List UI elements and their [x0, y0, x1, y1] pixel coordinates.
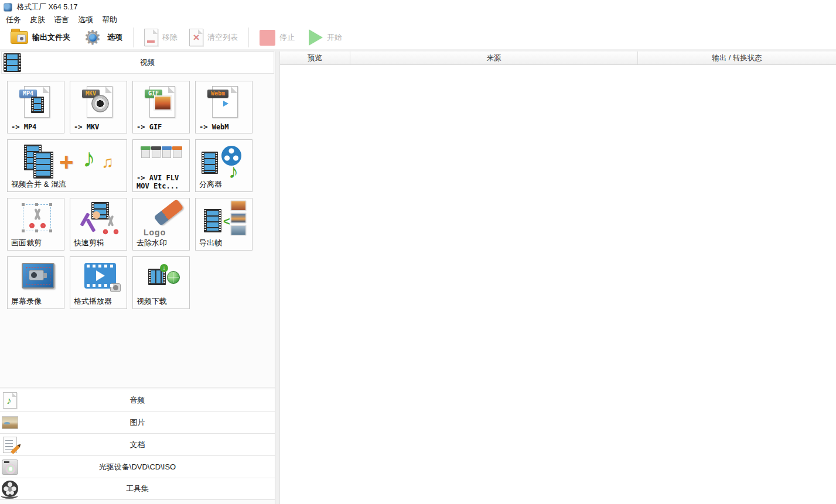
- category-header-video[interactable]: 视频: [1, 52, 274, 74]
- webm-file-icon: Webm: [212, 86, 238, 118]
- tile-label: 分离器: [199, 179, 222, 190]
- menu-skin[interactable]: 皮肤: [30, 15, 45, 25]
- merge-icon: + ♪ ♫: [13, 143, 125, 180]
- tile-label: -> GIF: [137, 123, 162, 131]
- title-bar: 格式工厂 X64 5.17: [0, 0, 836, 14]
- tile-row: + ♪ ♫ 视频合并 & 混流 -> AVI FLV MOV Etc...: [7, 139, 275, 192]
- category-label: 文档: [0, 440, 275, 450]
- quick-clip-icon: [80, 202, 121, 237]
- tile-quick-clip[interactable]: 快速剪辑: [70, 198, 127, 251]
- gear-icon: ⚙: [82, 27, 103, 48]
- tile-label: -> MP4: [11, 123, 36, 131]
- tile-label: -> WebM: [199, 123, 229, 131]
- tile-row: MP4 -> MP4 MKV -> MKV GI: [7, 81, 275, 133]
- task-table-header: 预览 来源 输出 / 转换状态: [280, 52, 836, 65]
- tile-splitter[interactable]: ♪ 分离器: [195, 139, 252, 192]
- filmstrip-icon: [31, 97, 44, 113]
- tile-label: -> AVI FLV MOV Etc...: [137, 174, 179, 190]
- options-label: 选项: [107, 32, 122, 43]
- tile-to-avi-flv-mov[interactable]: -> AVI FLV MOV Etc...: [132, 139, 190, 192]
- tile-remove-watermark[interactable]: Logo 去除水印: [132, 198, 190, 251]
- stop-button[interactable]: 停止: [254, 26, 301, 49]
- tile-video-merge-mux[interactable]: + ♪ ♫ 视频合并 & 混流: [7, 139, 127, 192]
- tile-to-webm[interactable]: Webm -> WebM: [195, 81, 252, 133]
- remove-button[interactable]: 移除: [138, 26, 183, 49]
- column-header-source[interactable]: 来源: [350, 52, 638, 64]
- options-button[interactable]: ⚙ 选项: [76, 26, 128, 49]
- filmstrip-icon: [33, 152, 53, 179]
- task-table-body[interactable]: [280, 65, 836, 504]
- task-list-panel: 预览 来源 输出 / 转换状态: [279, 52, 836, 504]
- tile-label: 画面裁剪: [11, 238, 42, 248]
- menu-bar: 任务 皮肤 语言 选项 帮助: [0, 14, 836, 26]
- tile-screen-record[interactable]: 屏幕录像: [7, 256, 64, 309]
- main-area: 视频 MP4 -> MP4 MKV: [0, 50, 836, 504]
- document-icon: [1, 436, 19, 454]
- category-audio[interactable]: ♪ 音频: [0, 389, 275, 411]
- video-header-label: 视频: [21, 57, 274, 68]
- camera-icon: [110, 283, 121, 292]
- tile-row: 屏幕录像 格式播放器 ↓ 视频下载: [7, 256, 275, 309]
- column-header-preview[interactable]: 预览: [280, 52, 350, 64]
- disc-icon: [91, 95, 109, 112]
- tile-format-player[interactable]: 格式播放器: [70, 256, 127, 309]
- output-folder-button[interactable]: 输出文件夹: [5, 26, 76, 49]
- tile-to-gif[interactable]: GIF -> GIF: [132, 81, 190, 133]
- gif-file-icon: GIF: [149, 86, 175, 118]
- category-optical-device[interactable]: 光驱设备\DVD\CD\ISO: [0, 455, 275, 478]
- stop-icon: [260, 30, 275, 46]
- scissors-icon: [28, 208, 47, 228]
- music-note-icon: ♪: [83, 143, 95, 173]
- menu-help[interactable]: 帮助: [102, 15, 117, 25]
- tile-to-mkv[interactable]: MKV -> MKV: [70, 81, 127, 133]
- optical-drive-icon: [1, 458, 19, 476]
- category-list: ♪ 音频 图片 文档 光驱设备\DVD\CD\ISO: [0, 389, 275, 500]
- category-toolset[interactable]: 工具集: [0, 478, 275, 500]
- tile-label: 快速剪辑: [74, 238, 104, 248]
- start-label: 开始: [327, 32, 342, 43]
- category-label: 工具集: [0, 484, 275, 494]
- filmstrip-icon: [204, 209, 221, 232]
- app-icon: [4, 3, 12, 12]
- remove-icon: [144, 29, 158, 46]
- output-folder-label: 输出文件夹: [32, 32, 70, 43]
- audio-icon: ♪: [1, 392, 19, 409]
- column-header-output-status[interactable]: 输出 / 转换状态: [638, 52, 836, 64]
- menu-options[interactable]: 选项: [78, 15, 93, 25]
- video-tools-grid: MP4 -> MP4 MKV -> MKV GI: [0, 74, 275, 388]
- folder-icon: [11, 31, 28, 44]
- start-button[interactable]: 开始: [301, 26, 348, 49]
- film-reel-icon: [1, 480, 19, 498]
- clear-list-button[interactable]: × 清空列表: [183, 26, 244, 49]
- formats-icons: [141, 148, 182, 158]
- toolbar-separator: [133, 28, 134, 47]
- video-download-icon: ↓: [148, 266, 181, 290]
- tile-label: 导出帧: [199, 238, 222, 248]
- camcorder-icon: [29, 270, 44, 280]
- menu-language[interactable]: 语言: [54, 15, 69, 25]
- tile-crop[interactable]: 画面裁剪: [7, 198, 64, 251]
- toolbar-separator: [248, 28, 249, 47]
- tile-label: 屏幕录像: [11, 296, 42, 307]
- clear-list-icon: ×: [189, 29, 203, 46]
- tile-export-frames[interactable]: < 导出帧: [195, 198, 252, 251]
- player-icon: [84, 263, 116, 289]
- tile-label: 去除水印: [137, 238, 167, 248]
- globe-icon: [167, 271, 180, 284]
- music-note-icon: ♫: [101, 153, 114, 172]
- splitter-icon: ♪: [200, 146, 250, 179]
- window-title: 格式工厂 X64 5.17: [17, 2, 78, 12]
- tile-row: 画面裁剪 快速剪辑 Logo: [7, 198, 275, 251]
- stop-label: 停止: [279, 32, 295, 43]
- remove-label: 移除: [162, 32, 178, 43]
- tile-label: 视频合并 & 混流: [11, 179, 66, 190]
- category-document[interactable]: 文档: [0, 433, 275, 455]
- screen-record-icon: [22, 263, 54, 289]
- tile-video-download[interactable]: ↓ 视频下载: [132, 256, 190, 309]
- menu-tasks[interactable]: 任务: [6, 15, 21, 25]
- tile-to-mp4[interactable]: MP4 -> MP4: [7, 81, 64, 133]
- category-picture[interactable]: 图片: [0, 411, 275, 433]
- tile-label: 格式播放器: [74, 296, 112, 307]
- tile-label: 视频下载: [137, 296, 167, 307]
- plus-icon: +: [59, 148, 74, 176]
